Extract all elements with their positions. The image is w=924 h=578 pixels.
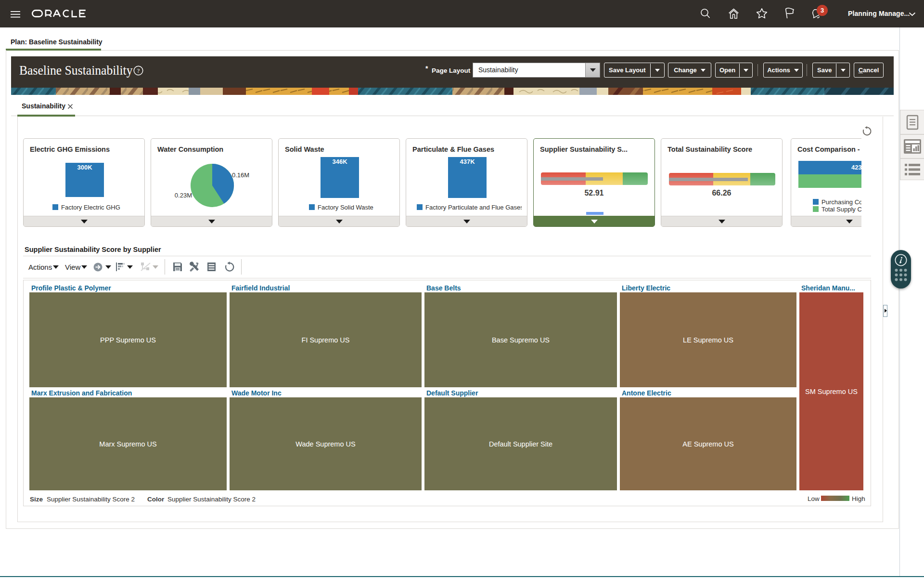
svg-text:?: ? <box>137 67 140 74</box>
